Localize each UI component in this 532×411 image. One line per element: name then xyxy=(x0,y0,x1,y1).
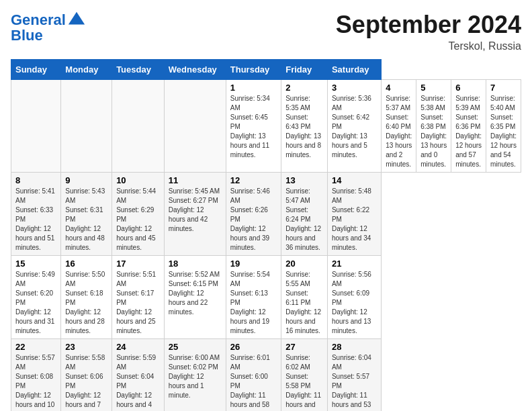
day-number: 24 xyxy=(116,342,160,352)
location-title: Terskol, Russia xyxy=(336,40,521,52)
day-info: Sunrise: 5:52 AMSunset: 6:15 PMDaylight:… xyxy=(169,270,222,317)
calendar-day-cell: 21Sunrise: 5:56 AMSunset: 6:09 PMDayligh… xyxy=(327,256,381,339)
calendar-day-cell: 13Sunrise: 5:47 AMSunset: 6:24 PMDayligh… xyxy=(281,173,328,256)
day-number: 5 xyxy=(420,83,447,93)
day-number: 21 xyxy=(332,259,377,269)
day-info: Sunrise: 5:36 AMSunset: 6:42 PMDaylight:… xyxy=(332,94,377,160)
calendar-body: 1Sunrise: 5:34 AMSunset: 6:45 PMDaylight… xyxy=(11,80,521,412)
calendar-day-cell: 26Sunrise: 6:01 AMSunset: 6:00 PMDayligh… xyxy=(226,339,281,412)
logo-icon xyxy=(67,11,86,30)
day-info: Sunrise: 5:40 AMSunset: 6:35 PMDaylight:… xyxy=(490,94,517,169)
calendar-day-cell: 17Sunrise: 5:51 AMSunset: 6:17 PMDayligh… xyxy=(112,256,165,339)
calendar-header-row: SundayMondayTuesdayWednesdayThursdayFrid… xyxy=(11,60,521,80)
day-number: 2 xyxy=(285,83,323,93)
day-info: Sunrise: 6:02 AMSunset: 5:58 PMDaylight:… xyxy=(285,353,323,411)
day-number: 14 xyxy=(332,175,377,185)
calendar-week-row: 15Sunrise: 5:49 AMSunset: 6:20 PMDayligh… xyxy=(11,256,521,339)
day-number: 19 xyxy=(230,259,277,269)
month-title: September 2024 xyxy=(336,11,521,39)
calendar-day-cell xyxy=(164,80,226,173)
logo: General Blue xyxy=(11,11,86,44)
day-number: 13 xyxy=(285,175,323,185)
calendar-day-cell: 23Sunrise: 5:58 AMSunset: 6:06 PMDayligh… xyxy=(61,339,112,412)
day-number: 10 xyxy=(116,175,160,185)
calendar-day-cell: 24Sunrise: 5:59 AMSunset: 6:04 PMDayligh… xyxy=(112,339,165,412)
calendar-day-cell xyxy=(11,80,61,173)
day-number: 4 xyxy=(386,83,412,93)
day-info: Sunrise: 5:56 AMSunset: 6:09 PMDaylight:… xyxy=(332,270,377,336)
calendar-day-cell: 15Sunrise: 5:49 AMSunset: 6:20 PMDayligh… xyxy=(11,256,61,339)
day-info: Sunrise: 5:57 AMSunset: 6:08 PMDaylight:… xyxy=(15,353,56,411)
calendar-day-cell: 4Sunrise: 5:37 AMSunset: 6:40 PMDaylight… xyxy=(382,80,416,173)
day-number: 1 xyxy=(230,83,277,93)
calendar-day-cell: 20Sunrise: 5:55 AMSunset: 6:11 PMDayligh… xyxy=(281,256,328,339)
day-number: 12 xyxy=(230,175,277,185)
day-number: 3 xyxy=(332,83,377,93)
day-number: 20 xyxy=(285,259,323,269)
day-info: Sunrise: 5:47 AMSunset: 6:24 PMDaylight:… xyxy=(285,187,323,253)
day-info: Sunrise: 5:34 AMSunset: 6:45 PMDaylight:… xyxy=(230,94,277,160)
day-number: 27 xyxy=(285,342,323,352)
calendar-day-cell: 22Sunrise: 5:57 AMSunset: 6:08 PMDayligh… xyxy=(11,339,61,412)
calendar-week-row: 1Sunrise: 5:34 AMSunset: 6:45 PMDaylight… xyxy=(11,80,521,173)
weekday-header: Friday xyxy=(281,60,328,80)
day-number: 25 xyxy=(169,342,222,352)
weekday-header: Tuesday xyxy=(112,60,165,80)
day-info: Sunrise: 5:41 AMSunset: 6:33 PMDaylight:… xyxy=(15,187,56,253)
logo-text: General xyxy=(11,12,66,28)
weekday-header: Thursday xyxy=(226,60,281,80)
day-info: Sunrise: 5:38 AMSunset: 6:38 PMDaylight:… xyxy=(420,94,447,169)
calendar-day-cell: 5Sunrise: 5:38 AMSunset: 6:38 PMDaylight… xyxy=(416,80,451,173)
day-number: 15 xyxy=(15,259,56,269)
calendar-day-cell: 8Sunrise: 5:41 AMSunset: 6:33 PMDaylight… xyxy=(11,173,61,256)
calendar-table: SundayMondayTuesdayWednesdayThursdayFrid… xyxy=(11,59,521,411)
day-info: Sunrise: 5:59 AMSunset: 6:04 PMDaylight:… xyxy=(116,353,160,411)
day-info: Sunrise: 5:51 AMSunset: 6:17 PMDaylight:… xyxy=(116,270,160,336)
calendar-day-cell: 1Sunrise: 5:34 AMSunset: 6:45 PMDaylight… xyxy=(226,80,281,173)
day-info: Sunrise: 5:58 AMSunset: 6:06 PMDaylight:… xyxy=(65,353,107,411)
calendar-day-cell: 6Sunrise: 5:39 AMSunset: 6:36 PMDaylight… xyxy=(451,80,486,173)
day-number: 11 xyxy=(169,175,222,185)
day-number: 26 xyxy=(230,342,277,352)
day-number: 8 xyxy=(15,175,56,185)
day-info: Sunrise: 5:39 AMSunset: 6:36 PMDaylight:… xyxy=(455,94,482,169)
day-number: 17 xyxy=(116,259,160,269)
calendar-day-cell: 19Sunrise: 5:54 AMSunset: 6:13 PMDayligh… xyxy=(226,256,281,339)
day-info: Sunrise: 6:01 AMSunset: 6:00 PMDaylight:… xyxy=(230,353,277,411)
calendar-day-cell: 27Sunrise: 6:02 AMSunset: 5:58 PMDayligh… xyxy=(281,339,328,412)
calendar-day-cell: 10Sunrise: 5:44 AMSunset: 6:29 PMDayligh… xyxy=(112,173,165,256)
day-info: Sunrise: 5:46 AMSunset: 6:26 PMDaylight:… xyxy=(230,187,277,253)
calendar-day-cell: 28Sunrise: 6:04 AMSunset: 5:57 PMDayligh… xyxy=(327,339,381,412)
calendar-day-cell: 11Sunrise: 5:45 AMSunset: 6:27 PMDayligh… xyxy=(164,173,226,256)
day-info: Sunrise: 5:35 AMSunset: 6:43 PMDaylight:… xyxy=(285,94,323,160)
day-info: Sunrise: 5:54 AMSunset: 6:13 PMDaylight:… xyxy=(230,270,277,336)
day-info: Sunrise: 5:48 AMSunset: 6:22 PMDaylight:… xyxy=(332,187,377,253)
page-header: General Blue September 2024 Terskol, Rus… xyxy=(11,11,521,52)
calendar-day-cell: 16Sunrise: 5:50 AMSunset: 6:18 PMDayligh… xyxy=(61,256,112,339)
day-number: 23 xyxy=(65,342,107,352)
calendar-week-row: 8Sunrise: 5:41 AMSunset: 6:33 PMDaylight… xyxy=(11,173,521,256)
calendar-day-cell xyxy=(112,80,165,173)
day-info: Sunrise: 6:00 AMSunset: 6:02 PMDaylight:… xyxy=(169,353,222,400)
day-info: Sunrise: 5:49 AMSunset: 6:20 PMDaylight:… xyxy=(15,270,56,336)
svg-marker-0 xyxy=(69,12,85,25)
calendar-day-cell: 2Sunrise: 5:35 AMSunset: 6:43 PMDaylight… xyxy=(281,80,328,173)
calendar-day-cell: 12Sunrise: 5:46 AMSunset: 6:26 PMDayligh… xyxy=(226,173,281,256)
day-info: Sunrise: 6:04 AMSunset: 5:57 PMDaylight:… xyxy=(332,353,377,411)
calendar-day-cell: 25Sunrise: 6:00 AMSunset: 6:02 PMDayligh… xyxy=(164,339,226,412)
calendar-day-cell: 7Sunrise: 5:40 AMSunset: 6:35 PMDaylight… xyxy=(486,80,521,173)
day-number: 6 xyxy=(455,83,482,93)
day-number: 28 xyxy=(332,342,377,352)
day-number: 7 xyxy=(490,83,517,93)
calendar-day-cell: 18Sunrise: 5:52 AMSunset: 6:15 PMDayligh… xyxy=(164,256,226,339)
weekday-header: Saturday xyxy=(327,60,381,80)
day-info: Sunrise: 5:43 AMSunset: 6:31 PMDaylight:… xyxy=(65,187,107,253)
day-number: 16 xyxy=(65,259,107,269)
calendar-day-cell xyxy=(61,80,112,173)
title-area: September 2024 Terskol, Russia xyxy=(336,11,521,52)
day-number: 22 xyxy=(15,342,56,352)
day-info: Sunrise: 5:55 AMSunset: 6:11 PMDaylight:… xyxy=(285,270,323,336)
day-number: 9 xyxy=(65,175,107,185)
calendar-day-cell: 14Sunrise: 5:48 AMSunset: 6:22 PMDayligh… xyxy=(327,173,381,256)
day-info: Sunrise: 5:37 AMSunset: 6:40 PMDaylight:… xyxy=(386,94,412,169)
